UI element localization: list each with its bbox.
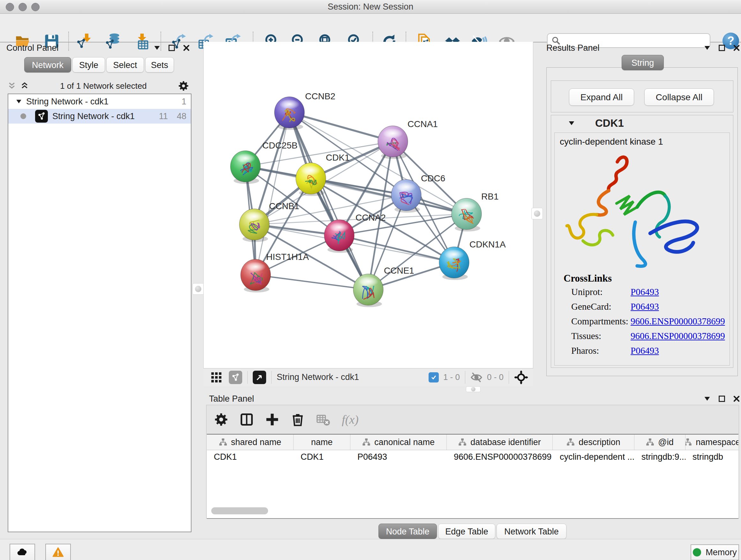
network-item-label: String Network - cdk1 — [52, 111, 135, 121]
expand-all-icon[interactable] — [20, 82, 29, 90]
panel-menu-icon[interactable] — [703, 44, 711, 52]
table-row[interactable]: CDK1 CDK1 P06493 9606.ENSP00000378699 cy… — [207, 450, 738, 463]
network-node-HIST1H1A[interactable]: HIST1H1A — [241, 252, 309, 293]
network-tree-item-row[interactable]: String Network - cdk1 11 48 — [8, 109, 191, 124]
function-builder-icon-disabled: f(x) — [342, 413, 359, 427]
selected-count: 1 - 0 — [443, 372, 460, 382]
crosslink-link[interactable]: 9606.ENSP00000378699 — [630, 316, 725, 327]
network-node-CDC25B[interactable]: CDC25B — [230, 140, 297, 184]
tab-select[interactable]: Select — [106, 57, 144, 72]
crosslink-label: Tissues: — [571, 331, 601, 341]
node-label-CDC6: CDC6 — [421, 173, 445, 183]
cell-database-identifier: 9606.ENSP00000378699 — [447, 452, 553, 462]
panel-menu-icon[interactable] — [703, 395, 711, 402]
hidden-eye-icon[interactable] — [470, 371, 482, 383]
network-edge — [289, 112, 368, 290]
collapse-all-icon[interactable] — [8, 82, 16, 90]
expand-all-button[interactable]: Expand All — [569, 88, 634, 106]
fit-selected-crosshair-icon[interactable] — [514, 370, 528, 384]
card-expander-icon[interactable] — [568, 119, 576, 127]
table-options-gear-icon[interactable] — [214, 413, 228, 427]
node-label-CDK1: CDK1 — [326, 152, 350, 163]
network-node-CDKN1A[interactable]: CDKN1A — [439, 240, 506, 280]
selected-checkbox-icon[interactable] — [428, 372, 439, 382]
crosslink-row: Pharos: P06493 — [571, 346, 724, 360]
network-tree-group-row[interactable]: String Network - cdk1 1 — [8, 94, 191, 109]
cell-namespace: stringdb — [685, 452, 738, 462]
network-edge — [339, 235, 454, 262]
node-label-CCNB1: CCNB1 — [269, 201, 299, 211]
tab-string[interactable]: String — [622, 55, 664, 70]
network-node-CCNB1[interactable]: CCNB1 — [239, 201, 299, 242]
app-window: Session: New Session — [0, 0, 741, 560]
network-node-CCNA1[interactable]: CCNA1 — [378, 119, 438, 159]
network-node-CCNB2[interactable]: CCNB2 — [274, 91, 335, 130]
crosslink-row: GeneCard: P06493 — [571, 301, 724, 316]
network-share-view-icon[interactable] — [229, 371, 242, 384]
column-header[interactable]: name — [293, 435, 350, 450]
column-header[interactable]: canonical name — [350, 435, 447, 450]
network-node-CCNE1[interactable]: CCNE1 — [353, 266, 414, 307]
crosslink-link[interactable]: P06493 — [630, 301, 659, 312]
panel-close-icon[interactable] — [733, 44, 740, 52]
grid-view-icon[interactable] — [210, 371, 222, 383]
column-header[interactable]: description — [553, 435, 634, 450]
right-splitter-handle[interactable] — [531, 208, 543, 219]
network-node-RB1[interactable]: RB1 — [452, 192, 498, 232]
column-header[interactable]: shared name — [207, 435, 293, 450]
gene-description: cyclin-dependent kinase 1 — [560, 137, 663, 147]
node-label-CCNE1: CCNE1 — [384, 266, 414, 275]
toolbar-divider — [247, 371, 248, 384]
birds-eye-view-icon[interactable] — [253, 371, 266, 384]
panel-menu-icon[interactable] — [153, 44, 161, 52]
network-selection-row: 1 of 1 Network selected — [8, 79, 192, 92]
warnings-button[interactable] — [45, 544, 71, 560]
crosslink-link[interactable]: P06493 — [630, 287, 659, 297]
tab-style[interactable]: Style — [72, 57, 105, 72]
table-splitter-handle[interactable] — [466, 386, 481, 392]
network-edge — [256, 275, 368, 290]
panel-float-icon[interactable] — [718, 395, 726, 402]
toolbar-divider — [465, 371, 465, 384]
left-splitter-handle[interactable] — [192, 283, 204, 295]
column-header[interactable]: @id — [634, 435, 685, 450]
toolbar-divider — [271, 371, 272, 384]
horizontal-scrollbar-thumb[interactable] — [211, 507, 268, 514]
cell-description: cyclin-dependent ... — [553, 452, 634, 462]
crosslink-label: Compartments: — [571, 316, 628, 326]
gene-card-body: cyclin-dependent kinase 1 CrossLinks Uni… — [554, 132, 730, 366]
gene-card-header[interactable]: CDK1 — [551, 115, 733, 131]
gene-result-card: CDK1 cyclin-dependent kinase 1 CrossLink… — [551, 115, 733, 368]
warning-icon — [52, 547, 64, 558]
tab-sets[interactable]: Sets — [145, 57, 174, 72]
panel-float-icon[interactable] — [168, 44, 176, 52]
tab-network-table[interactable]: Network Table — [496, 523, 566, 539]
panel-close-icon[interactable] — [183, 44, 190, 52]
cloud-button[interactable] — [10, 544, 35, 560]
network-canvas[interactable]: CCNB2CCNA1CDC25BCDK1CDC6RB1CCNB1CCNA2CDK… — [203, 42, 533, 368]
crosslink-link[interactable]: 9606.ENSP00000378699 — [630, 331, 725, 341]
add-column-icon[interactable] — [265, 413, 279, 427]
collapse-all-button[interactable]: Collapse All — [644, 88, 714, 106]
delete-column-icon[interactable] — [291, 413, 305, 427]
tree-expander-icon[interactable] — [15, 98, 22, 105]
crosslink-label: Pharos: — [571, 346, 599, 356]
results-panel-window-icons — [703, 44, 740, 52]
node-label-CCNA1: CCNA1 — [408, 119, 438, 129]
table-panel-window-icons — [703, 395, 740, 402]
panel-float-icon[interactable] — [718, 44, 726, 52]
network-tree: String Network - cdk1 1 String Network -… — [8, 94, 192, 532]
node-table[interactable]: shared name name canonical name database… — [207, 434, 738, 519]
control-panel-title: Control Panel — [6, 43, 59, 53]
column-header[interactable]: namespace — [685, 435, 738, 450]
tab-edge-table[interactable]: Edge Table — [438, 523, 495, 539]
panel-close-icon[interactable] — [733, 395, 740, 402]
split-columns-icon[interactable] — [240, 413, 254, 427]
network-options-gear-icon[interactable] — [178, 80, 189, 91]
table-toolbar: f(x) — [206, 405, 739, 434]
crosslink-link[interactable]: P06493 — [630, 346, 659, 356]
tab-network[interactable]: Network — [24, 57, 71, 72]
memory-button[interactable]: Memory — [690, 544, 739, 560]
column-header[interactable]: database identifier — [447, 435, 553, 450]
tab-node-table[interactable]: Node Table — [379, 523, 437, 539]
